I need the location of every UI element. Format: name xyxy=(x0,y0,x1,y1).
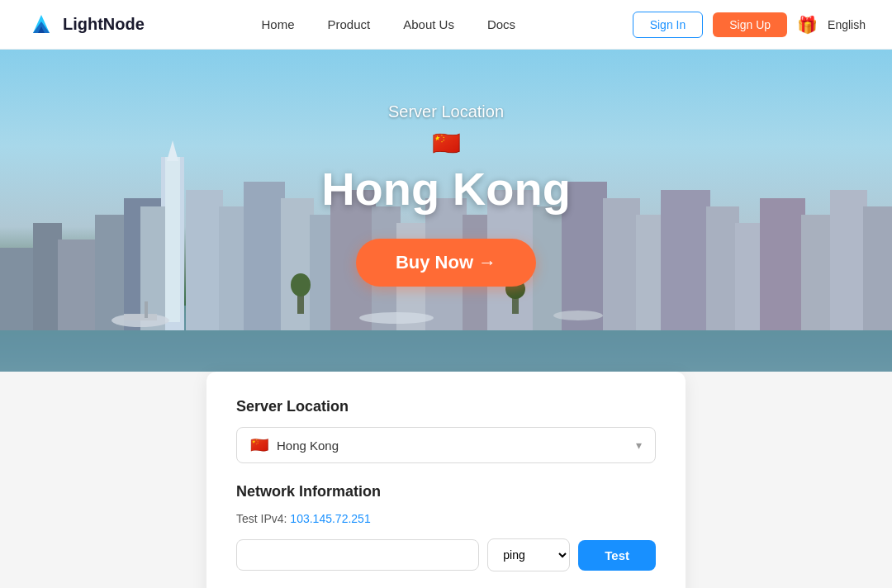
network-title: Network Information xyxy=(236,483,656,500)
svg-rect-14 xyxy=(140,206,165,330)
navbar: LightNode Home Product About Us Docs Sig… xyxy=(0,0,892,50)
chevron-down-icon: ▾ xyxy=(636,439,642,452)
svg-rect-30 xyxy=(661,190,710,330)
svg-rect-17 xyxy=(244,182,285,330)
svg-rect-36 xyxy=(863,206,892,330)
test-input[interactable] xyxy=(236,539,479,571)
gift-icon[interactable]: 🎁 xyxy=(797,15,818,35)
location-selected: 🇨🇳 Hong Kong xyxy=(250,436,339,454)
test-button[interactable]: Test xyxy=(578,540,656,571)
test-ipv4-row: Test IPv4: 103.145.72.251 xyxy=(236,512,656,525)
logo-icon xyxy=(26,10,56,40)
svg-rect-43 xyxy=(145,301,148,318)
nav-actions: Sign In Sign Up 🎁 English xyxy=(633,12,866,38)
svg-rect-15 xyxy=(186,190,223,330)
svg-marker-13 xyxy=(167,140,178,161)
hero-city: Hong Kong xyxy=(321,162,571,216)
location-dropdown[interactable]: 🇨🇳 Hong Kong ▾ xyxy=(236,427,656,463)
svg-rect-6 xyxy=(0,248,37,330)
logo[interactable]: LightNode xyxy=(26,10,145,40)
svg-rect-42 xyxy=(124,314,157,320)
svg-rect-32 xyxy=(735,223,764,330)
network-section: Network Information Test IPv4: 103.145.7… xyxy=(236,483,656,571)
hero-title: Server Location xyxy=(321,102,571,121)
test-ipv4-label: Test IPv4: xyxy=(236,512,287,525)
location-flag: 🇨🇳 xyxy=(250,436,268,454)
signup-button[interactable]: Sign Up xyxy=(713,12,787,37)
nav-docs[interactable]: Docs xyxy=(487,17,515,31)
logo-text: LightNode xyxy=(63,15,145,34)
info-panel: Server Location 🇨🇳 Hong Kong ▾ Network I… xyxy=(206,372,686,588)
server-location-title: Server Location xyxy=(236,398,656,415)
test-ipv4-value[interactable]: 103.145.72.251 xyxy=(290,512,370,525)
svg-rect-33 xyxy=(760,198,805,330)
svg-rect-34 xyxy=(801,215,834,330)
test-row: ping tracert curl Test xyxy=(236,538,656,571)
svg-rect-35 xyxy=(830,190,867,330)
test-type-select[interactable]: ping tracert curl xyxy=(487,538,570,571)
language-selector[interactable]: English xyxy=(828,18,866,31)
svg-rect-28 xyxy=(603,198,640,330)
nav-about[interactable]: About Us xyxy=(403,17,454,31)
svg-rect-9 xyxy=(95,215,128,330)
hero-section: Server Location 🇨🇳 Hong Kong Buy Now → xyxy=(0,50,892,372)
svg-rect-31 xyxy=(706,206,739,330)
signin-button[interactable]: Sign In xyxy=(633,12,704,38)
nav-product[interactable]: Product xyxy=(327,17,370,31)
buy-now-button[interactable]: Buy Now → xyxy=(356,239,536,287)
svg-rect-8 xyxy=(58,239,99,330)
svg-rect-29 xyxy=(636,215,665,330)
hero-content: Server Location 🇨🇳 Hong Kong Buy Now → xyxy=(321,102,571,320)
svg-rect-16 xyxy=(219,206,248,330)
svg-point-38 xyxy=(291,273,311,296)
svg-rect-7 xyxy=(33,223,62,330)
nav-home[interactable]: Home xyxy=(261,17,294,31)
location-name: Hong Kong xyxy=(277,439,339,453)
nav-links: Home Product About Us Docs xyxy=(261,17,515,31)
svg-rect-12 xyxy=(165,157,180,322)
hero-flag: 🇨🇳 xyxy=(321,130,571,157)
